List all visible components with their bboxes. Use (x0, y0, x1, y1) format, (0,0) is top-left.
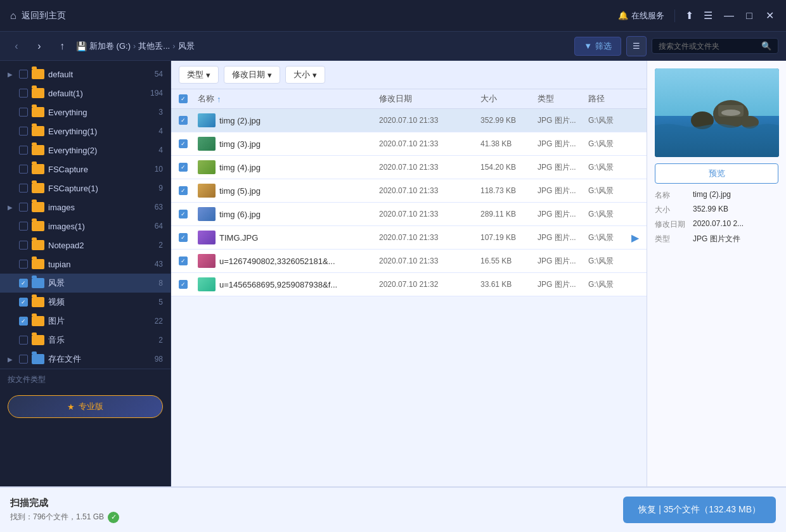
expand-icon: ▶ (8, 71, 15, 78)
row-check[interactable] (179, 233, 198, 242)
file-checkbox[interactable] (179, 186, 188, 195)
file-checkbox[interactable] (179, 233, 188, 242)
file-checkbox[interactable] (179, 210, 188, 218)
menu-icon[interactable]: ☰ (704, 10, 712, 22)
title-bar-right: 🔔 在线服务 ⬆ ☰ — □ ✕ (618, 10, 776, 22)
preview-button[interactable]: 预览 (655, 163, 778, 184)
file-size: 41.38 KB (480, 139, 538, 148)
online-service[interactable]: 🔔 在线服务 (618, 10, 664, 22)
sidebar-item-tupian2[interactable]: 图片 22 (0, 312, 171, 331)
file-checkbox[interactable] (179, 116, 188, 125)
header-check[interactable] (179, 94, 198, 103)
sidebar-item-yinyue[interactable]: 音乐 2 (0, 331, 171, 350)
folder-icon-default (32, 69, 44, 79)
sidebar-item-images[interactable]: ▶ images 63 (0, 198, 171, 217)
view-menu-button[interactable]: ☰ (626, 36, 647, 56)
checkbox-shipin[interactable] (19, 298, 28, 307)
breadcrumb-folder2[interactable]: 风景 (178, 41, 195, 52)
checkbox-fengjing[interactable] (19, 279, 28, 288)
restore-button[interactable]: 恢复 | 35个文件（132.43 MB） (623, 497, 776, 523)
header-type[interactable]: 类型 (538, 93, 588, 104)
file-checkbox[interactable] (179, 280, 188, 289)
checkbox-fscapture[interactable] (19, 165, 28, 174)
sidebar-item-cunzai[interactable]: ▶ 存在文件 98 (0, 350, 171, 369)
checkbox-tupian[interactable] (19, 260, 28, 269)
sidebar-item-everything2[interactable]: Everything(2) 4 (0, 141, 171, 160)
file-path: G:\风景 (588, 256, 639, 267)
checkbox-images[interactable] (19, 203, 28, 212)
table-row[interactable]: u=1267490802,3326052181&... 2020.07.10 2… (171, 250, 647, 273)
row-check[interactable] (179, 139, 198, 148)
file-date: 2020.07.10 21:33 (379, 233, 480, 242)
home-nav[interactable]: ⌂ 返回到主页 (10, 10, 66, 22)
table-row[interactable]: timg (6).jpg 2020.07.10 21:33 289.11 KB … (171, 203, 647, 226)
file-date: 2020.07.10 21:33 (379, 163, 480, 172)
file-checkbox[interactable] (179, 256, 188, 265)
row-check[interactable] (179, 116, 198, 125)
sidebar-item-default[interactable]: ▶ default 54 (0, 65, 171, 84)
table-row[interactable]: timg (3).jpg 2020.07.10 21:33 41.38 KB J… (171, 132, 647, 156)
checkbox-default[interactable] (19, 70, 28, 79)
checkbox-cunzai[interactable] (19, 355, 28, 364)
pro-button[interactable]: ★ 专业版 (8, 395, 163, 418)
sidebar-item-everything[interactable]: Everything 3 (0, 103, 171, 122)
row-check[interactable] (179, 210, 198, 218)
maximize-button[interactable]: □ (743, 10, 756, 22)
breadcrumb-folder1[interactable]: 其他丢... (138, 41, 170, 52)
file-date: 2020.07.10 21:32 (379, 280, 480, 289)
checkbox-everything2[interactable] (19, 146, 28, 155)
filter-size[interactable]: 大小 ▾ (285, 66, 325, 84)
close-button[interactable]: ✕ (763, 10, 776, 22)
back-button[interactable]: ‹ (8, 37, 25, 55)
sidebar-item-fscapture1[interactable]: FSCapture(1) 9 (0, 179, 171, 198)
upload-icon[interactable]: ⬆ (685, 10, 693, 22)
breadcrumb-drive[interactable]: 新加卷 (G:) (89, 41, 131, 52)
sidebar-item-default1[interactable]: default(1) 194 (0, 84, 171, 103)
file-date: 2020.07.10 21:33 (379, 256, 480, 265)
table-row[interactable]: timg (4).jpg 2020.07.10 21:33 154.20 KB … (171, 156, 647, 179)
header-date[interactable]: 修改日期 (379, 93, 480, 104)
minimize-button[interactable]: — (723, 10, 735, 22)
file-area: 类型 ▾ 修改日期 ▾ 大小 ▾ 名称 ↑ 修改日期 (171, 61, 647, 486)
search-input[interactable] (659, 42, 757, 51)
checkbox-images1[interactable] (19, 222, 28, 231)
up-button[interactable]: ↑ (53, 37, 71, 55)
sidebar-item-notepad2[interactable]: Notepad2 2 (0, 236, 171, 255)
file-checkbox[interactable] (179, 139, 188, 148)
sidebar-item-fengjing[interactable]: 风景 8 (0, 274, 171, 293)
forward-button[interactable]: › (30, 37, 48, 55)
sidebar-item-shipin[interactable]: 视频 5 (0, 293, 171, 312)
file-date: 2020.07.10 21:33 (379, 139, 480, 148)
table-row[interactable]: TIMG.JPG 2020.07.10 21:33 107.19 KB JPG … (171, 226, 647, 250)
sidebar-item-images1[interactable]: images(1) 64 (0, 217, 171, 236)
filter-button[interactable]: ▼ 筛选 (574, 37, 621, 56)
filter-type[interactable]: 类型 ▾ (179, 66, 219, 84)
checkbox-notepad2[interactable] (19, 241, 28, 250)
sidebar-item-tupian[interactable]: tupian 43 (0, 255, 171, 274)
row-check[interactable] (179, 163, 198, 172)
table-row[interactable]: u=1456568695,9259087938&f... 2020.07.10 … (171, 273, 647, 296)
checkbox-everything1[interactable] (19, 127, 28, 136)
row-check[interactable] (179, 256, 198, 265)
table-row[interactable]: timg (5).jpg 2020.07.10 21:33 118.73 KB … (171, 179, 647, 203)
play-icon[interactable]: ▶ (631, 232, 639, 244)
header-path[interactable]: 路径 (588, 93, 639, 104)
row-check[interactable] (179, 186, 198, 195)
file-checkbox[interactable] (179, 163, 188, 172)
sidebar-item-everything1[interactable]: Everything(1) 4 (0, 122, 171, 141)
file-name: timg (2).jpg (219, 116, 261, 125)
checkbox-everything[interactable] (19, 108, 28, 117)
file-name-cell: timg (6).jpg (198, 207, 379, 221)
checkbox-yinyue[interactable] (19, 336, 28, 345)
checkbox-fscapture1[interactable] (19, 184, 28, 193)
row-check[interactable] (179, 280, 198, 289)
table-row[interactable]: timg (2).jpg 2020.07.10 21:33 352.99 KB … (171, 109, 647, 132)
checkbox-default1[interactable] (19, 89, 28, 98)
filter-date[interactable]: 修改日期 ▾ (224, 66, 280, 84)
sidebar-item-fscapture[interactable]: FSCapture 10 (0, 160, 171, 179)
header-name[interactable]: 名称 ↑ (198, 93, 379, 104)
file-type: JPG 图片... (538, 115, 588, 126)
file-thumbnail (198, 137, 216, 151)
header-size[interactable]: 大小 (480, 93, 538, 104)
checkbox-tupian2[interactable] (19, 317, 28, 326)
